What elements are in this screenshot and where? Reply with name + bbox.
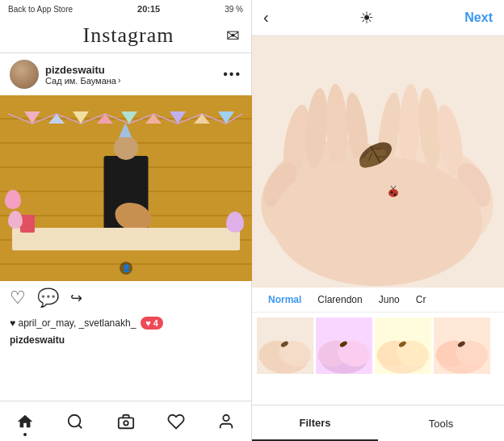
- nav-camera[interactable]: [100, 401, 150, 441]
- filter-preview-cr: [434, 317, 490, 374]
- svg-line-10: [79, 425, 82, 428]
- svg-point-37: [394, 194, 397, 196]
- post-image[interactable]: 👤: [0, 95, 252, 281]
- filter-thumb-juno[interactable]: [375, 317, 431, 374]
- editor-preview[interactable]: [252, 36, 504, 288]
- likes-section: ♥ april_or_may, _svetlanakh_ ♥ 4: [0, 315, 251, 333]
- svg-marker-5: [145, 114, 162, 124]
- post-user-info: pizdeswaitu Сад им. Баумана ›: [45, 64, 120, 86]
- like-count: 4: [153, 318, 158, 328]
- editor-header: ‹ ☀ Next: [252, 0, 504, 36]
- chevron-right-icon: ›: [118, 76, 120, 85]
- clock: 20:15: [137, 4, 160, 14]
- status-bar: Back to App Store 20:15 39 %: [0, 0, 251, 18]
- post-location[interactable]: Сад им. Баумана ›: [45, 76, 120, 86]
- svg-point-12: [124, 421, 128, 426]
- user-tag[interactable]: 👤: [120, 262, 132, 275]
- svg-marker-3: [97, 114, 113, 124]
- photo-editor-panel: ‹ ☀ Next: [252, 0, 504, 441]
- nav-search[interactable]: [50, 401, 100, 441]
- person-head: [114, 136, 138, 160]
- tab-tools[interactable]: Tools: [378, 405, 504, 441]
- filter-clarendon[interactable]: Clarendon: [309, 294, 370, 305]
- caption-username[interactable]: pizdeswaitu: [10, 334, 65, 346]
- filter-preview-normal: [257, 317, 313, 374]
- filter-cr[interactable]: Cr: [408, 294, 435, 305]
- filter-name-strip: Normal Clarendon Juno Cr: [252, 288, 504, 313]
- svg-rect-11: [118, 418, 132, 428]
- instagram-feed-panel: Back to App Store 20:15 39 % Instagram ✉…: [0, 0, 252, 441]
- post-actions: ♡ 💬 ↪: [0, 281, 251, 315]
- like-heart-icon: ♥: [145, 318, 151, 328]
- editor-bottom-tabs: Filters Tools: [252, 405, 504, 441]
- filter-thumb-normal[interactable]: [257, 317, 313, 374]
- svg-point-35: [388, 189, 398, 197]
- next-button[interactable]: Next: [464, 10, 493, 25]
- more-options-icon[interactable]: •••: [223, 67, 242, 82]
- filter-thumb-clarendon[interactable]: [316, 317, 372, 374]
- bottom-navigation: [0, 401, 251, 441]
- nav-profile[interactable]: [201, 401, 251, 441]
- share-button[interactable]: ↪: [70, 289, 82, 307]
- nav-home[interactable]: [0, 401, 50, 441]
- like-count-badge: ♥ 4: [141, 317, 163, 330]
- app-header: Instagram ✉: [0, 18, 251, 53]
- instagram-logo: Instagram: [83, 23, 174, 48]
- back-button[interactable]: ‹: [263, 8, 269, 27]
- filter-juno[interactable]: Juno: [371, 294, 408, 305]
- filter-preview-juno: [375, 317, 431, 374]
- balloon-right: [226, 212, 244, 233]
- tab-filters[interactable]: Filters: [252, 405, 378, 441]
- back-to-store[interactable]: Back to App Store: [8, 5, 73, 14]
- post-header: pizdeswaitu Сад им. Баумана › •••: [0, 53, 251, 95]
- svg-point-9: [69, 414, 81, 426]
- svg-marker-7: [194, 114, 210, 124]
- filter-preview-clarendon: [316, 317, 372, 374]
- post-scene: 👤: [0, 95, 252, 281]
- brightness-icon[interactable]: ☀: [359, 8, 374, 27]
- battery-status: 39 %: [225, 5, 243, 14]
- like-button[interactable]: ♡: [10, 288, 26, 309]
- filter-thumbnails: [252, 313, 504, 379]
- avatar[interactable]: [10, 60, 39, 89]
- liked-by-text: ♥ april_or_may, _svetlanakh_: [10, 317, 136, 329]
- filter-normal[interactable]: Normal: [260, 294, 309, 305]
- svg-point-13: [223, 414, 229, 420]
- filter-thumb-cr[interactable]: [434, 317, 490, 374]
- post-username[interactable]: pizdeswaitu: [45, 64, 120, 76]
- balloons-left: [5, 190, 23, 229]
- svg-marker-1: [48, 114, 65, 124]
- svg-point-36: [391, 191, 393, 194]
- table: [12, 228, 240, 250]
- direct-message-icon[interactable]: ✉: [226, 26, 240, 45]
- party-hat: [119, 123, 132, 137]
- nav-heart[interactable]: [151, 401, 201, 441]
- svg-point-27: [272, 157, 482, 286]
- comment-button[interactable]: 💬: [37, 288, 59, 309]
- hands-with-leaf-image: [252, 36, 504, 288]
- post-caption: pizdeswaitu: [0, 333, 251, 349]
- post-user-left: pizdeswaitu Сад им. Баумана ›: [10, 60, 120, 89]
